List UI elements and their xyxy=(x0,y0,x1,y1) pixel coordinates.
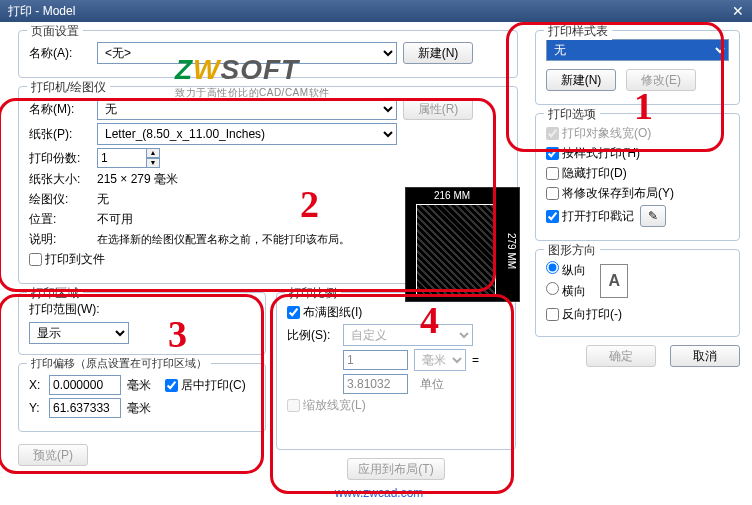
ok-button: 确定 xyxy=(586,345,656,367)
stamp-settings-button[interactable]: ✎ xyxy=(640,205,666,227)
orientation-icon: A xyxy=(600,264,628,298)
apply-layout-button: 应用到布局(T) xyxy=(347,458,444,480)
reverse-checkbox[interactable]: 反向打印(-) xyxy=(546,306,622,323)
stamp-icon: ✎ xyxy=(648,209,658,223)
edit-style-button: 修改(E) xyxy=(626,69,696,91)
window-title: 打印 - Model xyxy=(8,3,75,20)
printer-props-button: 属性(R) xyxy=(403,98,473,120)
opt-save-layout[interactable]: 将修改保存到布局(Y) xyxy=(546,185,674,202)
print-scale-group: 打印比例 布满图纸(I) 比例(S): 自定义 毫米 = 单位 xyxy=(276,292,516,450)
opt-lineweight: 打印对象线宽(O) xyxy=(546,125,651,142)
portrait-radio[interactable]: 纵向 xyxy=(546,261,586,279)
plot-options-group: 打印选项 打印对象线宽(O) 按样式打印(Ή) 隐藏打印(D) 将修改保存到布局… xyxy=(535,113,740,241)
scale-lineweight-checkbox: 缩放线宽(L) xyxy=(287,397,366,414)
cancel-button[interactable]: 取消 xyxy=(670,345,740,367)
plot-style-select[interactable]: 无 xyxy=(546,39,729,61)
scale-num-input xyxy=(343,350,408,370)
opt-stamp[interactable]: 打开打印戳记 xyxy=(546,208,634,225)
page-setup-name-select[interactable]: <无> xyxy=(97,42,397,64)
scale-ratio-select: 自定义 xyxy=(343,324,473,346)
print-offset-group: 打印偏移（原点设置在可打印区域） X: 毫米 居中打印(C) Y: 毫米 xyxy=(18,363,266,432)
copies-spinner[interactable]: ▲▼ xyxy=(97,148,160,168)
opt-by-style[interactable]: 按样式打印(Ή) xyxy=(546,145,640,162)
orientation-group: 图形方向 纵向 横向 A 反向打印(-) xyxy=(535,249,740,337)
page-setup-group: 页面设置 名称(A): <无> 新建(N) xyxy=(18,30,518,78)
paper-size-value: 215 × 279 毫米 xyxy=(97,171,178,188)
scale-unit-select: 毫米 xyxy=(414,349,466,371)
preview-button: 预览(P) xyxy=(18,444,88,466)
print-area-group: 打印区域 打印范围(W): 显示 xyxy=(18,292,266,355)
fit-paper-checkbox[interactable]: 布满图纸(I) xyxy=(287,304,362,321)
opt-hide[interactable]: 隐藏打印(D) xyxy=(546,165,627,182)
landscape-radio[interactable]: 横向 xyxy=(546,282,586,300)
plot-style-group: 打印样式表 无 新建(N) 修改(E) xyxy=(535,30,740,105)
new-pagesetup-button[interactable]: 新建(N) xyxy=(403,42,473,64)
title-bar: 打印 - Model ✕ xyxy=(0,0,752,22)
center-print-checkbox[interactable]: 居中打印(C) xyxy=(165,377,246,394)
spin-down-icon[interactable]: ▼ xyxy=(146,158,160,168)
print-to-file-checkbox[interactable]: 打印到文件 xyxy=(29,251,105,268)
offset-x-input[interactable] xyxy=(49,375,121,395)
footer-url: www.zwcad.com xyxy=(18,480,740,505)
paper-select[interactable]: Letter_(8.50_x_11.00_Inches) xyxy=(97,123,397,145)
close-icon[interactable]: ✕ xyxy=(732,3,744,19)
print-range-select[interactable]: 显示 xyxy=(29,322,129,344)
spin-up-icon[interactable]: ▲ xyxy=(146,148,160,158)
scale-den-input xyxy=(343,374,408,394)
offset-y-input[interactable] xyxy=(49,398,121,418)
name-label: 名称(A): xyxy=(29,45,91,62)
printer-name-select[interactable]: 无 xyxy=(97,98,397,120)
new-style-button[interactable]: 新建(N) xyxy=(546,69,616,91)
paper-preview: 216 MM 279 MM xyxy=(405,187,520,302)
